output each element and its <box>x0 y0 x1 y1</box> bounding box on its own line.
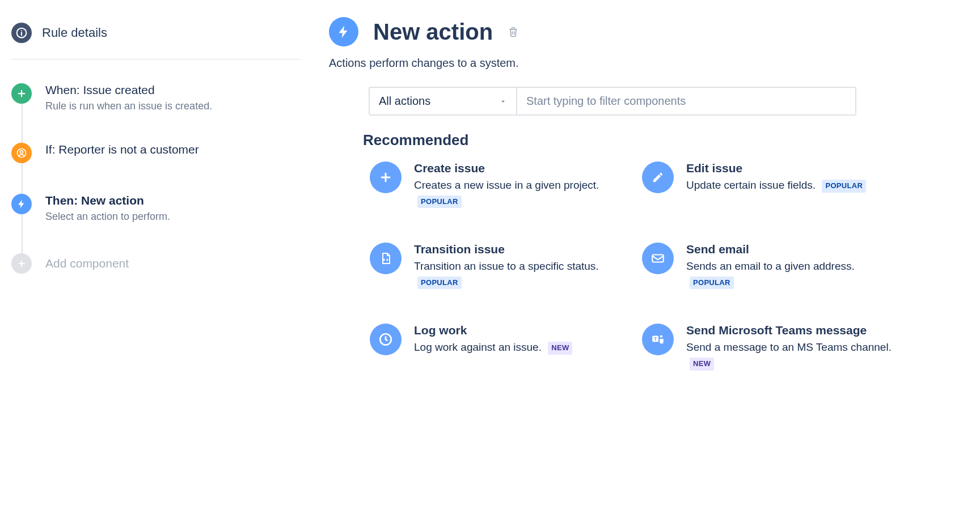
timeline-item-add[interactable]: Add component <box>11 245 301 279</box>
action-card-title: Edit issue <box>686 162 866 175</box>
action-card-desc: Update certain issue fields. POPULAR <box>686 177 866 193</box>
action-card-title: Send Microsoft Teams message <box>686 324 892 337</box>
action-card-desc: Sends an email to a given address. POPUL… <box>686 258 892 290</box>
timeline-item-title: If: Reporter is not a customer <box>45 143 199 156</box>
pencil-icon <box>642 162 674 193</box>
chevron-down-icon <box>499 97 507 105</box>
action-card-title: Transition issue <box>414 243 619 256</box>
main-header: New action <box>329 17 969 46</box>
page-subtitle: Actions perform changes to a system. <box>329 57 969 70</box>
clock-icon <box>370 324 402 355</box>
action-card-edit-issue[interactable]: Edit issue Update certain issue fields. … <box>642 162 892 209</box>
dropdown-selected-label: All actions <box>379 95 430 108</box>
main-panel: New action Actions perform changes to a … <box>306 17 969 371</box>
action-card-send-teams-message[interactable]: T Send Microsoft Teams message Send a me… <box>642 324 892 371</box>
popular-badge: POPULAR <box>690 277 734 290</box>
timeline-item-sub: Select an action to perform. <box>45 211 170 223</box>
rule-details-row[interactable]: Rule details <box>11 17 301 60</box>
plus-icon <box>11 83 32 104</box>
page-title: New action <box>373 19 493 45</box>
action-category-dropdown[interactable]: All actions <box>370 88 517 114</box>
popular-badge: POPULAR <box>822 180 866 193</box>
mail-icon <box>642 243 674 274</box>
rule-timeline: When: Issue created Rule is run when an … <box>11 75 301 279</box>
action-card-title: Send email <box>686 243 892 256</box>
lightning-icon <box>11 194 32 214</box>
action-card-desc: Send a message to an MS Teams channel. N… <box>686 339 892 371</box>
popular-badge: POPULAR <box>417 277 462 290</box>
action-card-log-work[interactable]: Log work Log work against an issue. NEW <box>370 324 619 371</box>
timeline-item-then[interactable]: Then: New action Select an action to per… <box>11 186 301 245</box>
action-card-send-email[interactable]: Send email Sends an email to a given add… <box>642 243 892 290</box>
svg-point-2 <box>21 30 22 31</box>
svg-point-6 <box>20 151 23 154</box>
delete-action-button[interactable] <box>508 26 519 38</box>
component-search-input[interactable] <box>517 88 855 114</box>
teams-icon: T <box>642 324 674 355</box>
popular-badge: POPULAR <box>417 196 462 209</box>
svg-point-17 <box>660 335 662 338</box>
section-heading-recommended: Recommended <box>363 131 969 149</box>
new-badge: NEW <box>548 342 572 355</box>
action-card-title: Log work <box>414 324 572 337</box>
timeline-item-if[interactable]: If: Reporter is not a customer <box>11 135 301 186</box>
timeline-item-sub: Rule is run when an issue is created. <box>45 100 212 112</box>
new-badge: NEW <box>690 358 714 371</box>
rule-sidebar: Rule details When: Issue created Rule is… <box>11 17 306 371</box>
user-circle-icon <box>11 143 32 163</box>
action-card-title: Create issue <box>414 162 619 175</box>
timeline-item-when[interactable]: When: Issue created Rule is run when an … <box>11 75 301 135</box>
svg-rect-13 <box>652 255 664 262</box>
rule-details-label: Rule details <box>42 26 107 40</box>
action-card-desc: Creates a new issue in a given project. … <box>414 177 619 209</box>
timeline-item-title: Then: New action <box>45 194 170 207</box>
action-card-create-issue[interactable]: Create issue Creates a new issue in a gi… <box>370 162 619 209</box>
action-cards-grid: Create issue Creates a new issue in a gi… <box>370 162 969 371</box>
timeline-item-title: When: Issue created <box>45 83 212 97</box>
svg-text:T: T <box>654 336 657 342</box>
plus-icon <box>370 162 402 193</box>
action-card-desc: Transition an issue to a specific status… <box>414 258 619 290</box>
lightning-icon <box>329 17 358 46</box>
filter-bar: All actions <box>369 87 856 116</box>
action-card-desc: Log work against an issue. NEW <box>414 339 572 355</box>
file-transition-icon <box>370 243 402 274</box>
add-component-label: Add component <box>45 257 129 270</box>
info-icon <box>11 23 32 43</box>
plus-grey-icon <box>11 253 32 274</box>
action-card-transition-issue[interactable]: Transition issue Transition an issue to … <box>370 243 619 290</box>
